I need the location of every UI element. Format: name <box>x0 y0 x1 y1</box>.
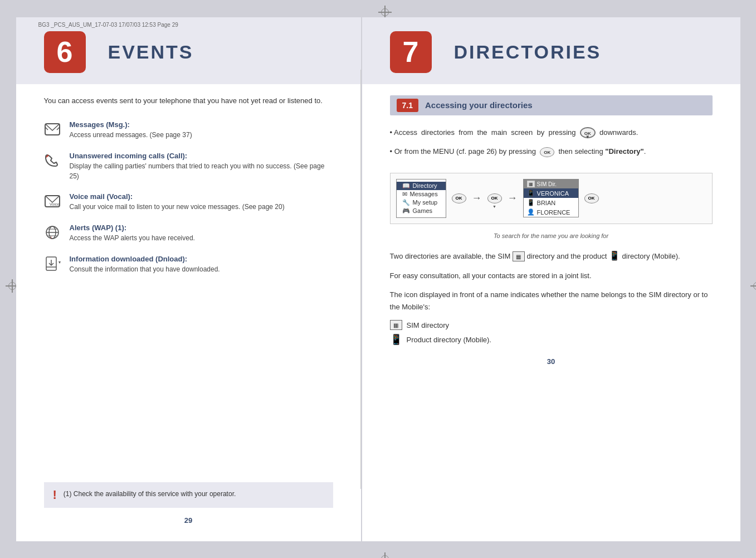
sim-dir-icon-florence: 👤 <box>527 208 535 216</box>
desc-text-1: Two directories are available, the SIM ▦… <box>390 248 713 263</box>
setup-menu-label: My setup <box>413 199 438 206</box>
ok-button-2[interactable]: OK <box>540 147 554 157</box>
sim-dir-item-florence: 👤 FLORENCE <box>524 207 578 217</box>
mobile-icon-inline: 📱 <box>609 251 620 260</box>
ok-button-1[interactable]: OK▼ <box>580 127 596 138</box>
body-text-1: • Access directories from the main scree… <box>390 127 713 139</box>
event-content-calls: Unanswered incoming calls (Call): Displa… <box>70 152 333 181</box>
arrow-right: → <box>472 192 482 204</box>
desc-text-3: The icon displayed in front of a name in… <box>390 289 713 313</box>
section-title: Accessing your directories <box>425 100 533 110</box>
event-desc-voicemail: Call your voice mail to listen to your n… <box>70 202 285 212</box>
event-title-messages: Messages (Msg.): <box>70 120 192 129</box>
event-title-wap: Alerts (WAP) (1): <box>70 224 195 232</box>
menu-diagram: 📖 Directory ✉ Messages 🔧 My setup 🎮 Game… <box>390 173 713 224</box>
chapter-number-right: 7 <box>390 31 432 73</box>
page-number-left: 29 <box>44 516 333 525</box>
section-header: 7.1 Accessing your directories <box>390 95 713 115</box>
ok-button-diagram-2[interactable]: OK▼ <box>487 193 502 203</box>
intro-text: You can access events sent to your telep… <box>44 95 333 107</box>
event-item-download: Information downloaded (Dnload): Consult… <box>44 255 333 275</box>
games-menu-icon: 🎮 <box>402 207 410 215</box>
legend-sim-label: SIM directory <box>407 321 450 329</box>
legend-product-label: Product directory (Mobile). <box>407 336 491 344</box>
legend-sim-icon: ▦ <box>390 320 402 330</box>
doc-header: BG3 _PCS_AUS_UM_17-07-03 17/07/03 12:53 … <box>38 22 178 28</box>
sim-icon-inline: ▦ <box>513 251 525 261</box>
event-title-calls: Unanswered incoming calls (Call): <box>70 152 333 160</box>
svg-text:!: ! <box>51 236 52 240</box>
wap-icon: ! <box>44 225 64 244</box>
event-title-download: Information downloaded (Dnload): <box>70 255 220 263</box>
legend-sim: ▦ SIM directory <box>390 320 713 330</box>
event-desc-calls: Display the calling parties' numbers tha… <box>70 161 333 181</box>
left-page: BG3 _PCS_AUS_UM_17-07-03 17/07/03 12:53 … <box>16 17 361 541</box>
footer-note: ! (1) Check the availability of this ser… <box>44 482 333 508</box>
legend-product-icon: 📱 <box>390 333 402 346</box>
directory-menu-label: Directory <box>413 182 437 189</box>
event-item-voicemail: Voice Voice mail (Vocal): Call your voic… <box>44 192 333 212</box>
sim-dir-icon-brian: 📱 <box>527 199 535 206</box>
event-content-voicemail: Voice mail (Vocal): Call your voice mail… <box>70 192 285 212</box>
event-desc-wap: Access the WAP alerts you have received. <box>70 233 195 243</box>
sim-dir-icon: ▦ <box>527 181 535 187</box>
event-item-wap: ! Alerts (WAP) (1): Access the WAP alert… <box>44 224 333 244</box>
body-text-2: • Or from the MENU (cf. page 26) by pres… <box>390 145 713 158</box>
messages-menu-label: Messages <box>410 191 438 197</box>
menu-item-directory: 📖 Directory <box>397 182 446 190</box>
svg-text:Voice: Voice <box>50 202 59 206</box>
sim-dir-name-florence: FLORENCE <box>537 209 570 216</box>
ok-button-diagram-3[interactable]: OK <box>584 193 599 203</box>
voicemail-icon: Voice <box>44 193 64 212</box>
event-content-messages: Messages (Msg.): Access unread messages.… <box>70 120 192 140</box>
sim-dir-icon-veronica: 📱 <box>527 190 535 197</box>
event-title-voicemail: Voice mail (Vocal): <box>70 192 285 201</box>
sim-dir-title: SIM Dir. <box>537 181 557 187</box>
ok-button-diagram-1[interactable]: OK <box>452 193 466 203</box>
svg-marker-14 <box>58 261 61 264</box>
sim-dir-name-brian: BRIAN <box>537 200 556 206</box>
sim-dir-item-veronica: 📱 VERONICA <box>524 188 578 198</box>
footer-note-text: (1) Check the availability of this servi… <box>64 489 236 499</box>
diagram-caption: To search for the name you are looking f… <box>390 232 713 239</box>
calls-icon <box>44 153 64 172</box>
event-content-wap: Alerts (WAP) (1): Access the WAP alerts … <box>70 224 195 243</box>
chapter-title-left: EVENTS <box>108 41 194 63</box>
page-number-right: 30 <box>390 357 713 366</box>
menu-box: 📖 Directory ✉ Messages 🔧 My setup 🎮 Game… <box>396 179 446 218</box>
legend-product: 📱 Product directory (Mobile). <box>390 333 713 346</box>
chapter-number-left: 6 <box>44 31 86 73</box>
arrow-right-2: → <box>508 192 518 204</box>
event-item-messages: Messages (Msg.): Access unread messages.… <box>44 120 333 140</box>
exclamation-icon: ! <box>53 489 57 501</box>
menu-item-messages: ✉ Messages <box>402 190 440 198</box>
download-icon <box>44 256 64 275</box>
sim-dir-item-brian: 📱 BRIAN <box>524 198 578 207</box>
directory-menu-icon: 📖 <box>402 182 410 190</box>
page-spread: BG3 _PCS_AUS_UM_17-07-03 17/07/03 12:53 … <box>16 17 740 541</box>
sim-dir-box: ▦ SIM Dir. 📱 VERONICA 📱 BRIAN 👤 FLORENCE <box>523 179 579 217</box>
menu-item-setup: 🔧 My setup <box>402 198 440 207</box>
sim-dir-name-veronica: VERONICA <box>537 190 569 197</box>
event-content-download: Information downloaded (Dnload): Consult… <box>70 255 220 274</box>
messages-menu-icon: ✉ <box>402 191 407 198</box>
menu-item-games: 🎮 Games <box>402 207 440 215</box>
right-page: 7 DIRECTORIES 7.1 Accessing your directo… <box>362 17 740 541</box>
event-desc-download: Consult the information that you have do… <box>70 264 220 274</box>
section-number: 7.1 <box>397 99 418 112</box>
event-desc-messages: Access unread messages. (See page 37) <box>70 130 192 140</box>
desc-text-2: For easy consultation, all your contacts… <box>390 270 713 282</box>
sim-dir-header: ▦ SIM Dir. <box>524 179 578 188</box>
event-item-calls: Unanswered incoming calls (Call): Displa… <box>44 152 333 181</box>
games-menu-label: Games <box>413 207 432 214</box>
chapter-header-right: 7 DIRECTORIES <box>362 17 740 84</box>
messages-icon <box>44 122 64 140</box>
chapter-title-right: DIRECTORIES <box>454 41 602 63</box>
setup-menu-icon: 🔧 <box>402 199 410 206</box>
